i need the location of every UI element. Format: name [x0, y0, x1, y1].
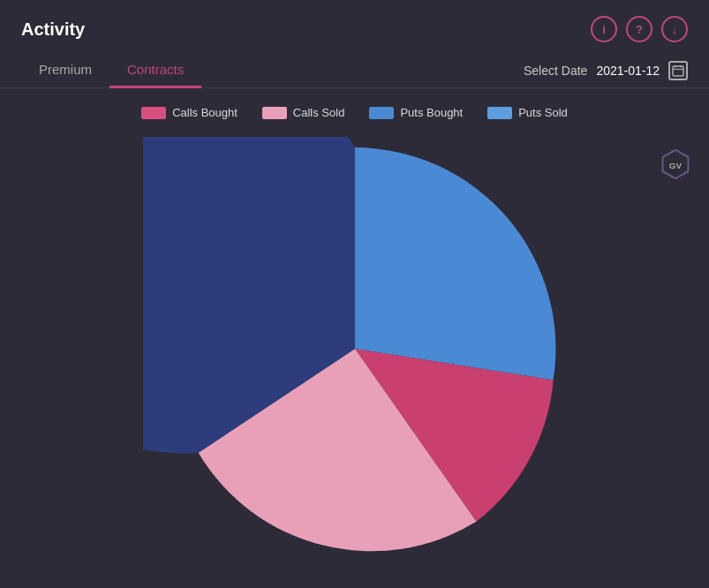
legend-puts-bought: Puts Bought — [369, 106, 463, 119]
legend-puts-sold: Puts Sold — [487, 106, 568, 119]
calls-sold-color — [262, 107, 287, 119]
svg-rect-0 — [673, 66, 683, 76]
puts-sold-label: Puts Sold — [518, 106, 568, 119]
header: Activity i ? ↓ — [0, 0, 709, 53]
chart-area: Calls Bought Calls Sold Puts Bought Puts… — [0, 88, 709, 561]
calls-sold-label: Calls Sold — [293, 106, 345, 119]
pie-chart — [143, 137, 567, 561]
puts-sold-color — [487, 107, 512, 119]
gv-badge-svg: GV — [660, 148, 691, 180]
date-value: 2021-01-12 — [596, 64, 660, 78]
legend: Calls Bought Calls Sold Puts Bought Puts… — [141, 106, 568, 119]
pie-svg — [143, 137, 567, 561]
download-button[interactable]: ↓ — [661, 16, 688, 42]
gv-badge: GV — [660, 148, 691, 180]
header-icons: i ? ↓ — [591, 16, 688, 42]
page-title: Activity — [21, 19, 85, 40]
puts-bought-slice — [355, 147, 555, 381]
tab-contracts[interactable]: Contracts — [109, 53, 201, 88]
calls-bought-label: Calls Bought — [172, 106, 238, 119]
svg-text:GV: GV — [669, 161, 683, 170]
puts-bought-color — [369, 107, 394, 119]
legend-calls-sold: Calls Sold — [262, 106, 345, 119]
help-button[interactable]: ? — [626, 16, 652, 42]
tab-premium[interactable]: Premium — [21, 53, 109, 88]
select-date-label: Select Date — [524, 64, 587, 78]
puts-bought-label: Puts Bought — [400, 106, 463, 119]
tabs-row: Premium Contracts Select Date 2021-01-12 — [0, 53, 709, 88]
tabs: Premium Contracts — [21, 53, 201, 87]
calendar-icon[interactable] — [668, 61, 688, 80]
calls-bought-color — [141, 107, 166, 119]
date-selector: Select Date 2021-01-12 — [524, 61, 688, 80]
info-button[interactable]: i — [591, 16, 617, 42]
legend-calls-bought: Calls Bought — [141, 106, 238, 119]
